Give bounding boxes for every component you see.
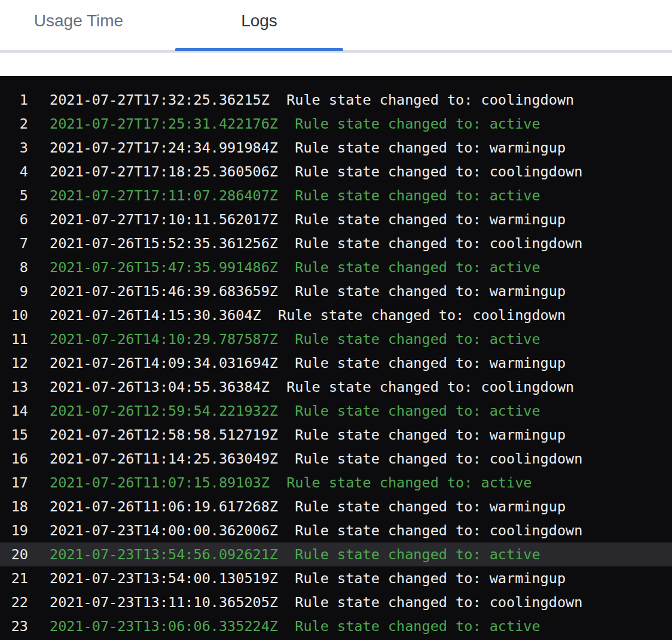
log-row[interactable]: 23 2021-07-23T13:06:06.335224Z Rule stat… bbox=[0, 614, 672, 638]
tab-bar: Usage Time Logs bbox=[0, 0, 672, 53]
log-line-number: 15 bbox=[0, 423, 28, 447]
log-line-number: 13 bbox=[0, 375, 28, 399]
log-line-text: 2021-07-26T14:09:34.031694Z Rule state c… bbox=[50, 351, 566, 375]
log-line-number: 21 bbox=[0, 566, 28, 590]
log-line-text: 2021-07-27T17:24:34.991984Z Rule state c… bbox=[50, 136, 566, 160]
log-row[interactable]: 14 2021-07-26T12:59:54.221932Z Rule stat… bbox=[0, 399, 672, 423]
log-row[interactable]: 21 2021-07-23T13:54:00.130519Z Rule stat… bbox=[0, 566, 672, 590]
log-row[interactable]: 20 2021-07-23T13:54:56.092621Z Rule stat… bbox=[0, 543, 672, 566]
log-line-text: 2021-07-27T17:32:25.36215Z Rule state ch… bbox=[50, 88, 574, 112]
log-line-number: 7 bbox=[0, 231, 28, 255]
log-line-number: 4 bbox=[0, 160, 28, 184]
log-line-number: 1 bbox=[0, 88, 28, 112]
log-line-text: 2021-07-26T14:15:30.3604Z Rule state cha… bbox=[50, 303, 566, 327]
log-line-text: 2021-07-23T13:11:10.365205Z Rule state c… bbox=[50, 590, 582, 614]
log-line-number: 17 bbox=[0, 471, 28, 495]
tab-logs[interactable]: Logs bbox=[175, 0, 343, 50]
log-viewer-panel: 1 2021-07-27T17:32:25.36215Z Rule state … bbox=[0, 76, 672, 640]
log-line-number: 19 bbox=[0, 519, 28, 543]
log-line-number: 23 bbox=[0, 614, 28, 638]
log-row[interactable]: 1 2021-07-27T17:32:25.36215Z Rule state … bbox=[0, 88, 672, 112]
log-row[interactable]: 19 2021-07-23T14:00:00.362006Z Rule stat… bbox=[0, 519, 672, 543]
log-line-text: 2021-07-23T14:00:00.362006Z Rule state c… bbox=[50, 519, 582, 543]
log-row[interactable]: 4 2021-07-27T17:18:25.360506Z Rule state… bbox=[0, 160, 672, 184]
tab-usage-time[interactable]: Usage Time bbox=[0, 0, 157, 50]
log-line-text: 2021-07-27T17:25:31.422176Z Rule state c… bbox=[50, 112, 540, 136]
log-row[interactable]: 9 2021-07-26T15:46:39.683659Z Rule state… bbox=[0, 279, 672, 303]
log-row[interactable]: 17 2021-07-26T11:07:15.89103Z Rule state… bbox=[0, 471, 672, 495]
header-panel-spacer bbox=[0, 53, 672, 76]
log-line-text: 2021-07-27T17:10:11.562017Z Rule state c… bbox=[50, 208, 566, 231]
log-line-text: 2021-07-26T11:14:25.363049Z Rule state c… bbox=[50, 447, 582, 471]
log-row[interactable]: 11 2021-07-26T14:10:29.787587Z Rule stat… bbox=[0, 327, 672, 351]
log-row[interactable]: 22 2021-07-23T13:11:10.365205Z Rule stat… bbox=[0, 590, 672, 614]
log-row[interactable]: 15 2021-07-26T12:58:58.512719Z Rule stat… bbox=[0, 423, 672, 447]
log-row[interactable]: 3 2021-07-27T17:24:34.991984Z Rule state… bbox=[0, 136, 672, 160]
log-line-number: 22 bbox=[0, 590, 28, 614]
log-row[interactable]: 8 2021-07-26T15:47:35.991486Z Rule state… bbox=[0, 255, 672, 279]
log-line-number: 12 bbox=[0, 351, 28, 375]
log-line-text: 2021-07-26T11:06:19.617268Z Rule state c… bbox=[50, 495, 566, 519]
log-line-text: 2021-07-26T15:46:39.683659Z Rule state c… bbox=[50, 279, 566, 303]
log-row[interactable]: 7 2021-07-26T15:52:35.361256Z Rule state… bbox=[0, 231, 672, 255]
log-row[interactable]: 18 2021-07-26T11:06:19.617268Z Rule stat… bbox=[0, 495, 672, 519]
log-line-number: 20 bbox=[0, 543, 28, 566]
log-line-number: 8 bbox=[0, 255, 28, 279]
log-line-number: 9 bbox=[0, 279, 28, 303]
log-row[interactable]: 16 2021-07-26T11:14:25.363049Z Rule stat… bbox=[0, 447, 672, 471]
log-line-text: 2021-07-26T15:47:35.991486Z Rule state c… bbox=[50, 255, 540, 279]
log-line-number: 6 bbox=[0, 208, 28, 231]
log-line-text: 2021-07-26T12:59:54.221932Z Rule state c… bbox=[50, 399, 540, 423]
log-line-number: 14 bbox=[0, 399, 28, 423]
log-line-text: 2021-07-26T15:52:35.361256Z Rule state c… bbox=[50, 231, 582, 255]
log-row[interactable]: 2 2021-07-27T17:25:31.422176Z Rule state… bbox=[0, 112, 672, 136]
log-line-text: 2021-07-26T13:04:55.36384Z Rule state ch… bbox=[50, 375, 574, 399]
log-row[interactable]: 13 2021-07-26T13:04:55.36384Z Rule state… bbox=[0, 375, 672, 399]
log-line-text: 2021-07-27T17:18:25.360506Z Rule state c… bbox=[50, 160, 582, 184]
log-line-text: 2021-07-23T13:54:00.130519Z Rule state c… bbox=[50, 566, 566, 590]
log-line-number: 16 bbox=[0, 447, 28, 471]
log-line-text: 2021-07-23T13:06:06.335224Z Rule state c… bbox=[50, 614, 540, 638]
log-row[interactable]: 12 2021-07-26T14:09:34.031694Z Rule stat… bbox=[0, 351, 672, 375]
log-line-number: 5 bbox=[0, 184, 28, 208]
log-line-text: 2021-07-23T13:54:56.092621Z Rule state c… bbox=[50, 543, 540, 566]
log-line-number: 11 bbox=[0, 327, 28, 351]
log-line-number: 2 bbox=[0, 112, 28, 136]
log-line-number: 10 bbox=[0, 303, 28, 327]
log-row[interactable]: 10 2021-07-26T14:15:30.3604Z Rule state … bbox=[0, 303, 672, 327]
log-row[interactable]: 6 2021-07-27T17:10:11.562017Z Rule state… bbox=[0, 208, 672, 231]
log-line-text: 2021-07-26T11:07:15.89103Z Rule state ch… bbox=[50, 471, 532, 495]
log-line-text: 2021-07-26T14:10:29.787587Z Rule state c… bbox=[50, 327, 540, 351]
log-row[interactable]: 5 2021-07-27T17:11:07.286407Z Rule state… bbox=[0, 184, 672, 208]
log-line-text: 2021-07-26T12:58:58.512719Z Rule state c… bbox=[50, 423, 566, 447]
log-rows-container: 1 2021-07-27T17:32:25.36215Z Rule state … bbox=[0, 88, 672, 638]
log-line-number: 18 bbox=[0, 495, 28, 519]
log-line-text: 2021-07-27T17:11:07.286407Z Rule state c… bbox=[50, 184, 540, 208]
tab-usage-time-label: Usage Time bbox=[34, 11, 123, 31]
active-tab-underline bbox=[175, 48, 343, 51]
log-line-number: 3 bbox=[0, 136, 28, 160]
tab-logs-label: Logs bbox=[241, 11, 277, 31]
